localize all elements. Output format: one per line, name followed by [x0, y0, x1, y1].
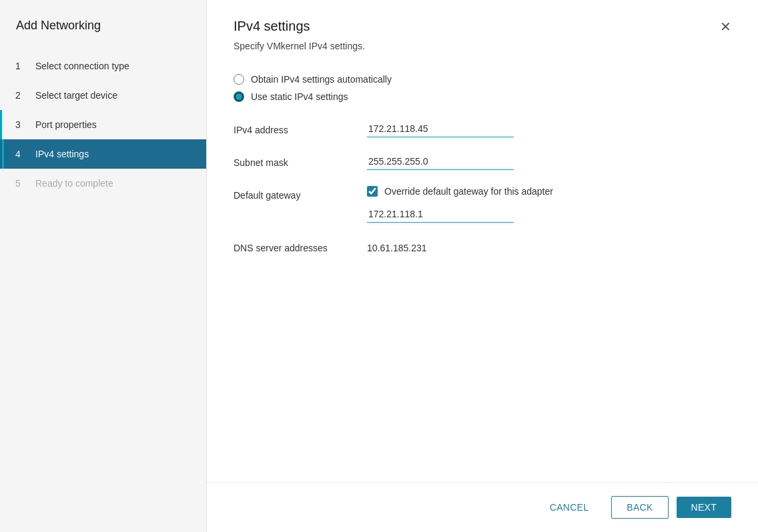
- close-button[interactable]: ✕: [720, 20, 731, 33]
- subnet-mask-label: Subnet mask: [234, 153, 367, 168]
- sidebar-item-step-3[interactable]: 3 Port properties: [0, 110, 206, 139]
- step-5-label: Ready to complete: [35, 178, 113, 189]
- form-row-dns: DNS server addresses 10.61.185.231: [234, 239, 731, 253]
- step-1-number: 1: [15, 61, 27, 71]
- gateway-value-input[interactable]: [367, 206, 514, 223]
- step-4-number: 4: [15, 149, 27, 159]
- step-3-number: 3: [15, 119, 27, 130]
- sidebar: Add Networking 1 Select connection type …: [0, 0, 207, 532]
- step-2-number: 2: [15, 90, 27, 101]
- cancel-button[interactable]: CANCEL: [535, 497, 603, 518]
- radio-option-static[interactable]: Use static IPv4 settings: [234, 91, 731, 102]
- sidebar-steps: 1 Select connection type 2 Select target…: [0, 51, 206, 198]
- form-area: Obtain IPv4 settings automatically Use s…: [207, 67, 758, 482]
- sidebar-item-step-5[interactable]: 5 Ready to complete: [0, 169, 206, 198]
- sidebar-item-step-4[interactable]: 4 IPv4 settings: [0, 139, 206, 169]
- form-row-subnet-mask: Subnet mask: [234, 153, 731, 170]
- step-1-label: Select connection type: [35, 61, 129, 71]
- default-gateway-control: Override default gateway for this adapte…: [367, 186, 634, 223]
- step-3-label: Port properties: [35, 119, 97, 130]
- step-4-label: IPv4 settings: [35, 149, 89, 159]
- content-subtitle: Specify VMkernel IPv4 settings.: [207, 34, 758, 67]
- next-button[interactable]: NEXT: [677, 497, 731, 518]
- modal-body: Add Networking 1 Select connection type …: [0, 0, 758, 532]
- radio-use-static[interactable]: [234, 91, 244, 102]
- main-content: IPv4 settings ✕ Specify VMkernel IPv4 se…: [207, 0, 758, 532]
- step-2-label: Select target device: [35, 90, 117, 101]
- add-networking-modal: Add Networking 1 Select connection type …: [0, 0, 758, 532]
- radio-group-ipv4: Obtain IPv4 settings automatically Use s…: [234, 74, 731, 102]
- page-title: IPv4 settings: [234, 19, 310, 34]
- radio-static-label: Use static IPv4 settings: [251, 91, 348, 102]
- radio-obtain-auto[interactable]: [234, 74, 244, 85]
- default-gateway-label: Default gateway: [234, 186, 367, 201]
- gateway-sub-input: [367, 206, 514, 223]
- form-row-ipv4-address: IPv4 address: [234, 121, 731, 137]
- content-header: IPv4 settings ✕: [207, 0, 758, 34]
- subnet-mask-input[interactable]: [367, 153, 514, 170]
- radio-obtain-auto-label: Obtain IPv4 settings automatically: [251, 74, 392, 85]
- radio-option-obtain-auto[interactable]: Obtain IPv4 settings automatically: [234, 74, 731, 85]
- dns-value: 10.61.185.231: [367, 239, 427, 253]
- modal-footer: CANCEL BACK NEXT: [207, 482, 758, 532]
- ipv4-address-control: [367, 121, 514, 137]
- ipv4-address-input[interactable]: [367, 121, 514, 137]
- sidebar-item-step-2[interactable]: 2 Select target device: [0, 81, 206, 110]
- override-gateway-label: Override default gateway for this adapte…: [384, 186, 553, 197]
- sidebar-item-step-1[interactable]: 1 Select connection type: [0, 51, 206, 81]
- form-row-default-gateway: Default gateway Override default gateway…: [234, 186, 731, 223]
- dns-label: DNS server addresses: [234, 239, 367, 253]
- override-gateway-row: Override default gateway for this adapte…: [367, 186, 634, 197]
- override-gateway-checkbox[interactable]: [367, 186, 378, 197]
- subnet-mask-control: [367, 153, 514, 170]
- back-button[interactable]: BACK: [611, 496, 668, 519]
- ipv4-address-label: IPv4 address: [234, 121, 367, 135]
- step-5-number: 5: [15, 178, 27, 189]
- sidebar-title: Add Networking: [0, 0, 206, 49]
